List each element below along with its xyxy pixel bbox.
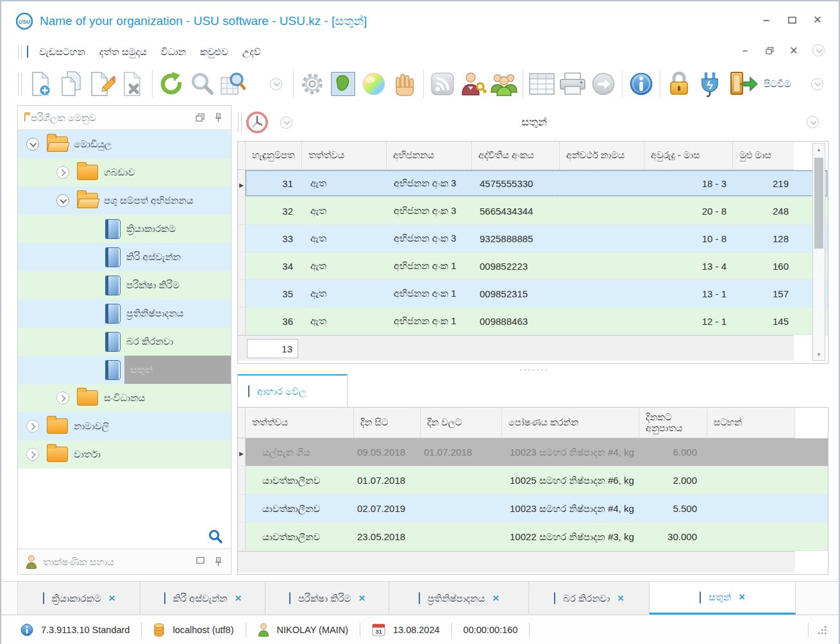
close-tab-icon[interactable] bbox=[358, 592, 365, 605]
table-row[interactable]: යාවත්කාලීනව 02.07.2019 10023 සමහර නිෂ්පා… bbox=[238, 495, 828, 523]
expand-icon[interactable] bbox=[26, 448, 39, 461]
copy-record-button[interactable] bbox=[56, 67, 87, 101]
plug-button[interactable] bbox=[694, 67, 725, 101]
delete-record-button[interactable] bbox=[118, 67, 149, 101]
menu-program[interactable]: වැඩසටහන bbox=[32, 44, 92, 60]
settings-gear-button[interactable] bbox=[297, 67, 328, 101]
column-header-rate-per-day[interactable]: දිනකට අනුපාතය bbox=[639, 408, 707, 438]
window-tab-weighing[interactable]: බර කිරනවා bbox=[529, 582, 650, 615]
column-header-date-to[interactable]: දින වලට bbox=[421, 408, 502, 438]
support-maximize-icon[interactable] bbox=[196, 557, 205, 566]
column-header-feed[interactable]: පෝෂණය කරන්න bbox=[502, 408, 639, 438]
close-button[interactable] bbox=[812, 14, 823, 26]
column-header-status[interactable]: තත්ත්වය bbox=[246, 408, 354, 438]
close-tab-icon[interactable] bbox=[739, 591, 745, 604]
window-tab-milk-yield[interactable]: කිරි අස්වැන්න bbox=[140, 582, 265, 615]
scroll-thumb[interactable] bbox=[814, 158, 823, 249]
hand-button[interactable] bbox=[389, 67, 420, 101]
toolbar-grip[interactable] bbox=[18, 72, 22, 95]
table-row[interactable]: 31 ඇත අභිජනන අංක 3 4575555330 18 - 3 219 bbox=[238, 170, 828, 197]
table-row[interactable]: 34 ඇත අභිජනන අංක 1 009852223 13 - 4 160 bbox=[238, 252, 828, 280]
panel-options-icon[interactable] bbox=[280, 117, 292, 129]
column-header-breeding[interactable]: අභිජනනය bbox=[387, 142, 472, 170]
menu-database[interactable]: දත්ත සමුදාය bbox=[92, 44, 154, 60]
sidebar-restore-icon[interactable] bbox=[196, 113, 205, 122]
column-header-id[interactable]: හැඳුනුම්පත bbox=[246, 142, 302, 170]
close-tab-icon[interactable] bbox=[617, 592, 624, 605]
menu-help[interactable]: උදව් bbox=[235, 44, 268, 60]
menubar-options-icon[interactable] bbox=[812, 44, 825, 56]
print-button[interactable] bbox=[557, 67, 588, 101]
close-tab-icon[interactable] bbox=[235, 592, 241, 605]
minimize-button[interactable] bbox=[760, 14, 772, 26]
mdi-minimize-button[interactable] bbox=[739, 45, 751, 56]
window-tab-animals-active[interactable]: සතුන් bbox=[650, 582, 796, 615]
tree-item-animals-selected[interactable]: සතුන් bbox=[18, 356, 231, 384]
panel-collapse-icon[interactable] bbox=[807, 116, 819, 128]
close-tab-icon[interactable] bbox=[109, 592, 115, 605]
maximize-button[interactable] bbox=[786, 14, 798, 26]
expand-icon[interactable] bbox=[56, 166, 69, 179]
technical-support-panel[interactable]: තාක්ෂණික සහාය bbox=[18, 549, 231, 574]
forward-button[interactable] bbox=[588, 67, 619, 101]
table-row[interactable]: 32 ඇත අභිජනන අංක 3 5665434344 20 - 8 248 bbox=[238, 197, 828, 225]
mdi-close-button[interactable] bbox=[788, 45, 800, 56]
tab-food-schedule[interactable]: ආහාර වේල bbox=[237, 374, 348, 407]
support-pin-icon[interactable] bbox=[215, 557, 222, 566]
new-record-button[interactable] bbox=[26, 67, 56, 101]
close-tab-icon[interactable] bbox=[492, 592, 499, 605]
lock-button[interactable] bbox=[664, 67, 694, 101]
exit-button[interactable] bbox=[725, 67, 761, 101]
expand-icon[interactable] bbox=[26, 420, 39, 433]
sidebar-pin-icon[interactable] bbox=[215, 113, 222, 122]
refresh-button[interactable] bbox=[156, 67, 187, 101]
exit-label[interactable]: පිටවීම bbox=[764, 78, 791, 90]
table-row[interactable]: 35 ඇත අභිජනන අංක 1 009852315 13 - 1 157 bbox=[238, 280, 828, 308]
user-key-button[interactable] bbox=[458, 67, 489, 101]
table-row[interactable]: යාවත්කාලීනව 23.05.2018 10022 සමහර නිෂ්පා… bbox=[238, 523, 828, 551]
table-row[interactable]: යාවත්කාලීනව 01.07.2018 10025 සමහර නිෂ්පා… bbox=[238, 466, 828, 495]
horizontal-splitter[interactable] bbox=[235, 364, 833, 374]
tree-search-icon[interactable] bbox=[208, 529, 223, 544]
search-button[interactable] bbox=[187, 67, 217, 101]
table-view-button[interactable] bbox=[526, 67, 557, 101]
tree-item-weighing[interactable]: බර කිරනවා bbox=[18, 327, 231, 356]
toolbar-overflow-icon[interactable] bbox=[811, 78, 823, 90]
tree-item-reports[interactable]: වාර්තා bbox=[18, 440, 231, 468]
tree-item-directories[interactable]: නාමාවලි bbox=[18, 412, 231, 440]
vertical-scrollbar[interactable] bbox=[812, 143, 825, 361]
window-tab-reproduction[interactable]: ප්‍රතිනිෂ්පාදනය bbox=[389, 582, 529, 615]
edit-record-button[interactable] bbox=[87, 67, 118, 101]
tree-item-warehouse[interactable]: ගබඩාව bbox=[18, 158, 231, 186]
menu-commands[interactable]: විධාන bbox=[154, 44, 193, 60]
column-header-notes[interactable]: සටහන් bbox=[707, 408, 795, 438]
column-header-years-months[interactable]: අවුරුදු - මාස bbox=[644, 142, 733, 170]
collapse-icon[interactable] bbox=[26, 138, 39, 151]
tree-item-inspection[interactable]: පරීක්ෂා කිරීම bbox=[18, 271, 231, 299]
advanced-search-button[interactable] bbox=[217, 67, 248, 101]
scroll-up-icon[interactable] bbox=[813, 144, 825, 155]
column-header-total-months[interactable]: මුළු මාස bbox=[733, 142, 794, 170]
color-wheel-button[interactable] bbox=[358, 67, 389, 101]
tree-item-livestock-breeding[interactable]: පශු සම්පත් අභිජනනය bbox=[18, 186, 231, 215]
info-button[interactable] bbox=[626, 67, 657, 101]
expand-icon[interactable] bbox=[56, 392, 69, 404]
users-group-button[interactable] bbox=[489, 67, 519, 101]
menu-grip[interactable] bbox=[18, 45, 22, 58]
column-header-unique-number[interactable]: අද්විතීය අංකය bbox=[472, 142, 560, 170]
menu-window[interactable]: කවුළුව bbox=[193, 44, 235, 60]
scroll-down-icon[interactable] bbox=[813, 349, 825, 360]
table-row[interactable]: යල්පැන ගිය 09.05.2018 01.07.2018 10023 ස… bbox=[238, 438, 828, 466]
window-tab-activities[interactable]: ක්‍රියාකාරකම bbox=[17, 582, 140, 615]
table-row[interactable]: 36 ඇත අභිජනන අංක 1 009888463 12 - 1 145 bbox=[238, 308, 828, 335]
resize-grip[interactable] bbox=[808, 623, 827, 637]
column-header-status[interactable]: තත්ත්වය bbox=[302, 142, 387, 170]
toolbar-options-icon[interactable] bbox=[270, 78, 282, 90]
rss-button[interactable] bbox=[427, 67, 458, 101]
window-tab-inspection[interactable]: පරීක්ෂා කිරීම bbox=[265, 582, 389, 615]
tree-item-organization[interactable]: සංවිධානය bbox=[18, 384, 231, 412]
map-button[interactable] bbox=[328, 67, 358, 101]
tree-item-activities[interactable]: ක්‍රියාකාරකම bbox=[18, 215, 231, 243]
table-row[interactable]: 33 ඇත අභිජනන අංක 3 9325888885 10 - 8 128 bbox=[238, 225, 828, 252]
column-header-nickname[interactable]: අන්වර්ථ නාමය bbox=[560, 142, 644, 170]
